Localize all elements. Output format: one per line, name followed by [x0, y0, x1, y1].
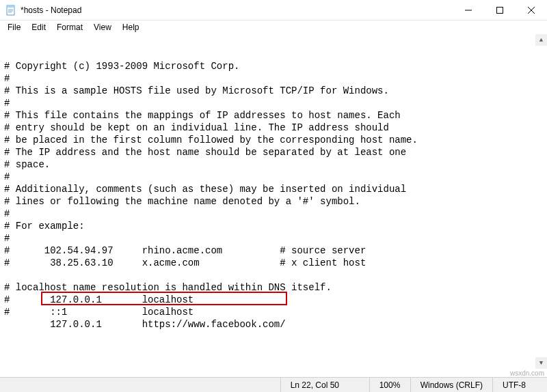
status-line-ending: Windows (CRLF): [410, 378, 492, 392]
menu-view[interactable]: View: [89, 22, 116, 33]
menu-help[interactable]: Help: [118, 22, 144, 33]
status-zoom: 100%: [369, 378, 410, 392]
close-button[interactable]: [516, 0, 547, 20]
titlebar: *hosts - Notepad: [0, 0, 547, 20]
maximize-button[interactable]: [484, 0, 516, 20]
watermark: wsxdn.com: [510, 369, 544, 377]
status-position: Ln 22, Col 50: [280, 378, 369, 392]
text-editor[interactable]: # Copyright (c) 1993-2009 Microsoft Corp…: [0, 34, 547, 369]
menu-format[interactable]: Format: [52, 22, 88, 33]
editor-content[interactable]: # Copyright (c) 1993-2009 Microsoft Corp…: [4, 60, 543, 331]
svg-rect-6: [497, 7, 503, 13]
svg-rect-1: [7, 5, 14, 8]
minimize-button[interactable]: [453, 0, 484, 20]
menu-file[interactable]: File: [3, 22, 25, 33]
notepad-icon: [5, 5, 16, 16]
menu-edit[interactable]: Edit: [27, 22, 51, 33]
window-controls: [453, 0, 547, 20]
scroll-up-button[interactable]: ▲: [535, 34, 547, 46]
scroll-down-button[interactable]: ▼: [535, 357, 547, 369]
status-encoding: UTF-8: [492, 378, 547, 392]
menubar: File Edit Format View Help: [0, 20, 547, 34]
statusbar: Ln 22, Col 50 100% Windows (CRLF) UTF-8: [0, 377, 547, 392]
window-title: *hosts - Notepad: [21, 5, 453, 15]
